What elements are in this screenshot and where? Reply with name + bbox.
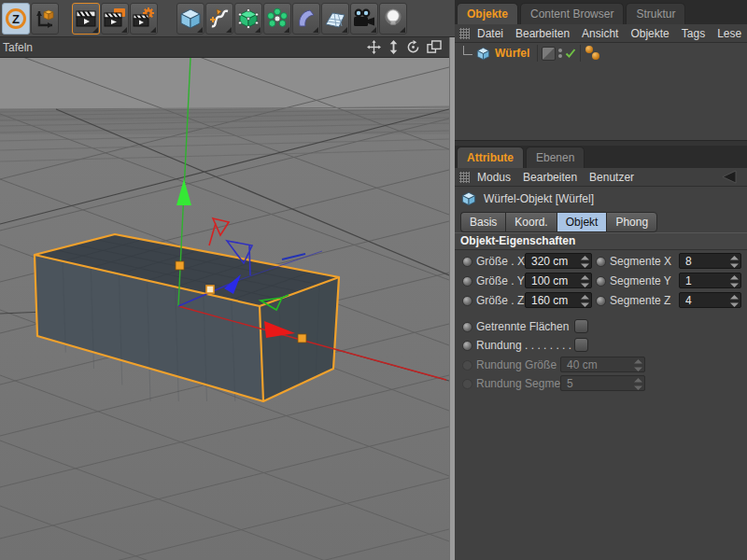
size-x-input[interactable] [526, 254, 585, 268]
tab-content-browser[interactable]: Content Browser [520, 3, 624, 24]
x-scale-handle[interactable] [298, 334, 306, 343]
keyframe-bullet[interactable] [596, 276, 606, 287]
separate-surfaces-checkbox[interactable] [574, 319, 588, 333]
render-picture-viewer-button[interactable] [101, 3, 129, 35]
seg-x-input[interactable] [680, 254, 734, 268]
undo-button[interactable]: Z [2, 3, 30, 35]
menu-objekte[interactable]: Objekte [630, 27, 669, 40]
deformer-button[interactable] [292, 3, 320, 35]
seg-z-field[interactable] [679, 292, 741, 308]
render-settings-button[interactable] [130, 3, 158, 35]
column-separator [537, 45, 538, 62]
menu-tags[interactable]: Tags [682, 27, 705, 40]
environment-button[interactable] [321, 3, 349, 35]
floor-grid-icon [324, 7, 346, 30]
attribute-manager-tabbar: Attribute Ebenen [455, 147, 747, 168]
size-z-label: Größe . Z [476, 294, 524, 307]
clapperboard-icon [75, 7, 97, 30]
axes-cube-icon [34, 7, 56, 30]
row-fillet-radius: Rundung Größe . . . [455, 356, 747, 375]
light-button[interactable] [379, 3, 407, 35]
keyframe-bullet[interactable] [462, 276, 472, 287]
cube-object-icon [476, 47, 490, 61]
add-cube-button[interactable] [176, 3, 204, 35]
viewport-menu-tafeln[interactable]: Tafeln [3, 41, 33, 54]
size-z-field[interactable] [525, 292, 592, 308]
object-list: Würfel [455, 43, 747, 140]
tab-koord[interactable]: Koord. [505, 212, 556, 232]
object-name[interactable]: Würfel [495, 47, 529, 60]
generators-button[interactable] [234, 3, 262, 35]
menu-modus[interactable]: Modus [477, 171, 511, 184]
stepper-icon[interactable] [730, 256, 739, 268]
array-button[interactable] [263, 3, 291, 35]
viewport-scene [0, 58, 449, 560]
layer-toggle[interactable] [542, 47, 556, 61]
spline-pen-button[interactable] [205, 3, 233, 35]
tab-ebenen[interactable]: Ebenen [526, 147, 585, 168]
fillet-radius-field [560, 357, 645, 372]
zoom-icon[interactable] [388, 40, 400, 54]
spline-pen-icon [208, 7, 231, 30]
keyframe-bullet[interactable] [462, 322, 472, 332]
size-y-input[interactable] [526, 273, 585, 287]
enabled-check-icon[interactable] [565, 48, 576, 59]
object-row-wuerfel[interactable]: Würfel [455, 43, 747, 63]
attribute-mode-tabs: Basis Koord. Objekt Phong [460, 211, 657, 232]
visibility-dots[interactable] [558, 49, 562, 58]
keyframe-bullet[interactable] [462, 341, 472, 351]
tab-phong[interactable]: Phong [606, 212, 657, 232]
menu-grip-icon[interactable] [459, 172, 470, 183]
size-z-input[interactable] [526, 293, 585, 307]
tab-basis[interactable]: Basis [460, 212, 505, 232]
row-separate-surfaces: Getrennte Flächen [455, 317, 747, 337]
stepper-icon[interactable] [581, 256, 589, 268]
seg-y-field[interactable] [679, 273, 741, 288]
history-back-icon[interactable] [721, 170, 738, 184]
maximize-icon[interactable] [427, 40, 442, 54]
object-manager-menubar: Datei Bearbeiten Ansicht Objekte Tags Le… [455, 24, 747, 43]
seg-y-input[interactable] [680, 273, 734, 287]
menu-bearbeiten[interactable]: Bearbeiten [515, 27, 570, 40]
fillet-segments-field [560, 375, 645, 391]
left-column: Z [0, 0, 455, 560]
seg-z-input[interactable] [680, 293, 734, 307]
menu-lese[interactable]: Lese [717, 27, 741, 40]
tab-attribute[interactable]: Attribute [457, 147, 524, 168]
stepper-icon[interactable] [730, 295, 739, 307]
camera-button[interactable] [350, 3, 378, 35]
tab-struktur[interactable]: Struktur [626, 3, 685, 24]
keyframe-bullet[interactable] [462, 257, 472, 267]
render-view-button[interactable] [72, 3, 100, 35]
menu-benutzer[interactable]: Benutzer [589, 171, 634, 184]
stepper-icon[interactable] [581, 295, 589, 307]
green-cube-icon [237, 7, 260, 30]
y-scale-handle[interactable] [176, 261, 184, 270]
stepper-icon[interactable] [581, 275, 589, 287]
keyframe-bullet[interactable] [462, 296, 472, 306]
size-x-field[interactable] [525, 253, 592, 269]
rotate-icon[interactable] [406, 40, 420, 54]
keyframe-bullet[interactable] [596, 257, 606, 267]
pan-icon[interactable] [367, 40, 381, 54]
seg-x-field[interactable] [679, 253, 741, 269]
viewport-canvas[interactable] [0, 58, 449, 560]
menu-grip-icon[interactable] [459, 28, 470, 39]
panel-divider[interactable] [455, 140, 747, 147]
tab-objekt[interactable]: Objekt [557, 212, 607, 232]
size-y-label: Größe . Y [476, 274, 525, 287]
tab-objekte[interactable]: Objekte [457, 3, 518, 24]
fillet-label: Rundung . . . . . . . . . [476, 339, 578, 352]
menu-datei[interactable]: Datei [477, 27, 503, 40]
separate-surfaces-label: Getrennte Flächen [476, 320, 569, 333]
size-y-field[interactable] [525, 273, 592, 288]
undo-z-icon: Z [4, 7, 28, 31]
menu-bearbeiten-am[interactable]: Bearbeiten [523, 171, 577, 184]
keyframe-bullet[interactable] [596, 296, 606, 306]
phong-tag-icon[interactable] [585, 46, 603, 61]
menu-ansicht[interactable]: Ansicht [582, 27, 618, 40]
coordinate-system-button[interactable] [31, 3, 59, 35]
z-scale-handle[interactable] [206, 286, 214, 293]
fillet-checkbox[interactable] [574, 338, 588, 352]
stepper-icon[interactable] [730, 275, 739, 287]
